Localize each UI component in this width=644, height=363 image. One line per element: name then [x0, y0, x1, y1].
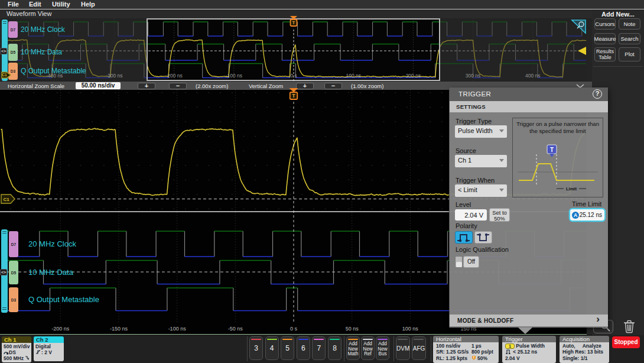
- time-limit-field[interactable]: A 25.12 ns: [570, 209, 604, 221]
- bottom-bar-divider: [393, 336, 394, 361]
- horizontal-zoom-scale-value[interactable]: 50.00 ns/div: [76, 82, 121, 89]
- channel-8-button[interactable]: 8: [328, 336, 341, 360]
- vertical-zoom-minus-button[interactable]: −: [324, 83, 342, 89]
- acquisition-single-row: Single: 1/1: [562, 355, 607, 361]
- settings-section-header[interactable]: SETTINGS: [450, 101, 608, 112]
- add-new-ref-button[interactable]: AddNewRef: [361, 336, 375, 360]
- acquisition-res-row: High Res: 13 bits: [562, 349, 607, 355]
- trigger-type-dropdown[interactable]: Pulse Width: [455, 125, 507, 138]
- horizontal-badge-header: Horizontal: [433, 336, 499, 342]
- tab-waveform-view[interactable]: Waveform View: [6, 10, 51, 17]
- dvm-button[interactable]: DVM: [396, 336, 410, 360]
- digital-badge-D7[interactable]: D7: [8, 21, 18, 38]
- digital-badge-D7[interactable]: D7: [9, 231, 18, 257]
- menu-utility[interactable]: Utility: [52, 1, 70, 8]
- pulse-diagram: T Limit: [513, 138, 603, 197]
- horizontal-zoom-minus-button[interactable]: −: [169, 83, 187, 89]
- channel-color-line: [314, 339, 324, 341]
- ch1-badge-body: 500 mV/divDS500 MHz: [2, 343, 31, 362]
- main-axis-label: -100 ns: [168, 326, 186, 332]
- pan-handle[interactable]: <>: [0, 48, 7, 54]
- dropdown-arrow-icon: [499, 189, 504, 192]
- afg-label: AFG: [412, 345, 425, 352]
- main-axis-label: 0 s: [290, 326, 297, 332]
- bottom-bar-divider: [344, 336, 344, 361]
- logic-qualification-value[interactable]: Off: [463, 256, 479, 268]
- channel-color-line: [398, 339, 408, 341]
- trash-icon[interactable]: [623, 319, 636, 333]
- svg-text:Limit: Limit: [566, 186, 577, 192]
- logic-qualification-toggle[interactable]: [455, 256, 463, 268]
- menu-edit[interactable]: Edit: [29, 1, 41, 8]
- digital-badge-D5[interactable]: D5: [9, 261, 18, 284]
- mode-holdoff-bar[interactable]: MODE & HOLDOFF ›: [450, 315, 608, 326]
- overview-axis-label: -100 ns: [226, 73, 242, 79]
- channel-button-label: 6: [297, 344, 310, 352]
- main-axis-label: -50 ns: [228, 326, 243, 332]
- ch2-badge-header: Ch 2: [34, 336, 64, 343]
- trigger-badge[interactable]: Trigger1 Pulse Width < 25.12 ns2.04 V: [502, 336, 556, 363]
- channel-color-line: [414, 339, 424, 341]
- ch1-badge[interactable]: Ch 1500 mV/divDS500 MHz: [2, 336, 31, 362]
- stopped-button[interactable]: Stopped: [612, 336, 640, 348]
- trigger-when-label: Trigger When: [456, 177, 495, 184]
- set-to-50-button[interactable]: Set to50%: [489, 208, 510, 222]
- main-channel-label: 20 MHz Clock: [28, 239, 76, 248]
- source-dropdown[interactable]: Ch 1: [455, 155, 507, 167]
- menu-file[interactable]: File: [8, 1, 19, 8]
- add-new-bus-button[interactable]: AddNewBus: [376, 336, 389, 360]
- ch1-scale: 500 mV/div: [4, 343, 30, 349]
- channel-6-button[interactable]: 6: [297, 336, 310, 360]
- add-new-plot-button[interactable]: Plot: [619, 47, 640, 61]
- mode-holdoff-label: MODE & HOLDOFF: [457, 317, 513, 324]
- menu-help[interactable]: Help: [81, 1, 95, 8]
- acquisition-badge[interactable]: AcquisitionAuto,AnalyzeHigh Res: 13 bits…: [560, 336, 609, 363]
- sidebar-separator: [593, 66, 643, 67]
- polarity-negative-button[interactable]: [474, 231, 492, 244]
- panel-header[interactable]: TRIGGER ?: [450, 87, 608, 101]
- add-new-cursors-button[interactable]: Cursors: [594, 18, 616, 30]
- add-new-measure-button[interactable]: Measure: [594, 33, 616, 44]
- bottom-status-bar: Ch 1500 mV/divDS500 MHz Ch 2Digital: 2 V…: [0, 335, 644, 363]
- digital-badge-D5[interactable]: D5: [8, 44, 18, 61]
- horizontal-zoom-plus-button[interactable]: +: [138, 83, 155, 89]
- horizontal-row: SR: 1.25 GS/s800 ps/pt: [436, 349, 497, 355]
- hint-trigger-flag: T: [547, 145, 557, 157]
- acquisition-badge-header: Acquisition: [560, 336, 609, 342]
- trigger-when-dropdown[interactable]: < Limit: [455, 184, 507, 197]
- afg-button[interactable]: AFG: [412, 336, 426, 360]
- add-new-note-button[interactable]: Note: [619, 18, 640, 30]
- ch2-badge[interactable]: Ch 2Digital: 2 V: [34, 336, 64, 361]
- horizontal-row: RL: 1.25 kptsT50%: [436, 355, 497, 361]
- acquisition-badge-body: Auto,AnalyzeHigh Res: 13 bitsSingle: 1/1: [560, 342, 609, 363]
- digital-badge-D3[interactable]: D3: [8, 63, 18, 80]
- main-channel-label: 10 MHz Data: [28, 268, 73, 277]
- add-new-results-table-button[interactable]: ResultsTable: [594, 47, 616, 61]
- channel-3-button[interactable]: 3: [249, 336, 263, 360]
- vertical-zoom-plus-button[interactable]: +: [296, 83, 314, 89]
- channel-5-button[interactable]: 5: [281, 336, 294, 360]
- pan-handle[interactable]: <>: [0, 269, 7, 276]
- dropdown-arrow-icon: [499, 159, 504, 162]
- channel-color-line: [282, 339, 292, 341]
- polarity-positive-button[interactable]: [455, 231, 473, 244]
- channel-4-button[interactable]: 4: [265, 336, 279, 360]
- digital-badge-D3[interactable]: D3: [9, 287, 18, 312]
- channel-7-button[interactable]: 7: [312, 336, 326, 360]
- channel-color-line: [251, 339, 261, 341]
- trigger-badge-header: Trigger: [502, 336, 556, 342]
- channel-color-line: [348, 339, 358, 341]
- horizontal-badge[interactable]: Horizontal100 ns/div1 µsSR: 1.25 GS/s800…: [433, 336, 499, 363]
- add-button-label: AddNewBus: [376, 342, 389, 357]
- settings-label: SETTINGS: [456, 103, 486, 110]
- channel-color-line: [298, 339, 308, 341]
- overview-axis-label: 0 s: [290, 73, 297, 79]
- add-button-label: AddNewRef: [362, 342, 374, 357]
- vertical-zoom-factor: (1.00x zoom): [351, 83, 383, 89]
- waveform-overview-strip[interactable]: [5, 18, 592, 82]
- level-field[interactable]: 2.04 V: [455, 209, 487, 221]
- help-icon[interactable]: ?: [593, 89, 602, 99]
- add-new-math-button[interactable]: AddNewMath: [346, 336, 360, 360]
- add-new-search-button[interactable]: Search: [619, 33, 640, 44]
- source-value: Ch 1: [458, 157, 471, 164]
